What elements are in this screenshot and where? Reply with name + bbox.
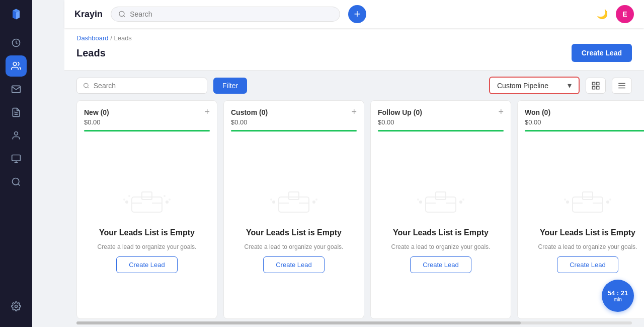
- column-progress-bar-new: [84, 130, 210, 132]
- svg-point-34: [272, 201, 275, 204]
- column-header-followup: Follow Up (0) +: [371, 101, 511, 117]
- create-lead-followup-button[interactable]: Create Lead: [410, 256, 471, 273]
- svg-point-13: [84, 83, 89, 88]
- svg-rect-41: [436, 192, 446, 200]
- svg-rect-49: [583, 192, 593, 200]
- svg-point-11: [119, 11, 124, 16]
- svg-rect-15: [592, 82, 595, 85]
- create-lead-header-button[interactable]: Create Lead: [572, 44, 632, 62]
- empty-subtitle-won: Create a lead to organize your goals.: [538, 243, 637, 250]
- column-progress-won: [525, 130, 644, 132]
- logo-area: [0, 0, 32, 28]
- svg-point-1: [13, 62, 17, 66]
- notes-icon: [11, 107, 21, 117]
- column-amount-followup: $0.00: [371, 117, 511, 130]
- view-toggle-button[interactable]: [586, 78, 606, 94]
- column-body-followup: Your Leads List is Empty Create a lead t…: [371, 137, 511, 318]
- svg-point-36: [270, 199, 272, 201]
- add-button[interactable]: +: [348, 5, 366, 23]
- add-card-new-button[interactable]: +: [204, 107, 210, 117]
- scrollbar-area[interactable]: [64, 319, 644, 327]
- empty-title-won: Your Leads List is Empty: [540, 228, 635, 237]
- empty-illustration-won: [557, 182, 618, 222]
- reports-icon: [11, 177, 21, 187]
- column-title-won: Won (0): [525, 108, 550, 116]
- theme-toggle-icon[interactable]: 🌙: [597, 9, 608, 20]
- svg-point-24: [125, 201, 128, 204]
- svg-line-14: [88, 87, 89, 88]
- user-avatar[interactable]: E: [616, 5, 634, 23]
- create-lead-won-button[interactable]: Create Lead: [557, 256, 618, 273]
- svg-rect-33: [289, 192, 299, 200]
- filter-button[interactable]: Filter: [213, 78, 247, 94]
- sidebar: [0, 0, 32, 327]
- search-input-wrap[interactable]: [76, 78, 207, 94]
- column-amount-new: $0.00: [77, 117, 217, 130]
- breadcrumb-dashboard[interactable]: Dashboard: [76, 34, 109, 42]
- breadcrumb: Dashboard / Leads: [76, 34, 632, 42]
- add-card-custom-button[interactable]: +: [351, 107, 357, 117]
- sidebar-item-dashboard[interactable]: [6, 32, 27, 53]
- empty-subtitle-custom: Create a lead to organize your goals.: [245, 243, 344, 250]
- topbar: Krayin + 🌙 E: [64, 0, 644, 28]
- svg-point-29: [164, 195, 166, 197]
- svg-rect-17: [592, 86, 595, 89]
- pipeline-select[interactable]: Custom Pipeline ▾: [489, 77, 580, 94]
- sidebar-item-contacts[interactable]: [6, 125, 27, 146]
- svg-point-26: [123, 199, 125, 201]
- column-title-new: New (0): [84, 108, 109, 116]
- sidebar-item-settings[interactable]: [6, 296, 27, 317]
- page-header: Dashboard / Leads Leads Create Lead: [64, 28, 644, 71]
- create-lead-new-button[interactable]: Create Lead: [116, 256, 178, 273]
- grid-view-icon: [591, 81, 600, 90]
- sidebar-nav: [0, 28, 32, 192]
- sidebar-item-mail[interactable]: [6, 79, 27, 100]
- mail-icon: [11, 84, 21, 94]
- column-title-followup: Follow Up (0): [378, 108, 422, 116]
- kanban-column-followup: Follow Up (0) + $0.00 You: [370, 100, 511, 319]
- column-progress-bar-followup: [378, 130, 504, 132]
- svg-point-10: [15, 305, 18, 308]
- global-search-bar[interactable]: [111, 7, 340, 22]
- empty-illustration-custom: [264, 182, 324, 222]
- sidebar-item-notes[interactable]: [6, 102, 27, 123]
- svg-point-45: [462, 199, 464, 201]
- svg-rect-16: [597, 82, 599, 85]
- menu-icon-button[interactable]: [612, 78, 632, 94]
- column-progress-bar-custom: [231, 130, 357, 132]
- app-name: Krayin: [74, 9, 103, 20]
- leads-search-input[interactable]: [94, 82, 201, 90]
- timer-badge[interactable]: 54 : 21 min: [602, 280, 634, 312]
- sidebar-item-products[interactable]: [6, 148, 27, 169]
- svg-point-4: [15, 132, 18, 136]
- svg-point-44: [417, 199, 419, 201]
- sidebar-item-reports[interactable]: [6, 171, 27, 192]
- search-small-icon: [83, 82, 90, 89]
- svg-point-27: [169, 199, 171, 201]
- sidebar-item-leads[interactable]: [6, 55, 27, 77]
- add-card-followup-button[interactable]: +: [498, 107, 504, 117]
- create-lead-custom-button[interactable]: Create Lead: [263, 256, 325, 273]
- page-title: Leads: [76, 47, 106, 59]
- scrollbar-thumb[interactable]: [76, 321, 521, 324]
- scrollbar-track: [76, 321, 632, 324]
- svg-line-9: [18, 184, 20, 186]
- svg-point-42: [419, 201, 422, 204]
- svg-point-51: [606, 201, 609, 204]
- svg-point-52: [564, 199, 566, 201]
- column-body-new: Your Leads List is Empty Create a lead t…: [77, 137, 217, 318]
- list-view-icon: [617, 81, 626, 90]
- svg-point-28: [128, 195, 130, 197]
- empty-illustration-followup: [411, 182, 471, 222]
- column-amount-custom: $0.00: [224, 117, 364, 130]
- empty-illustration-new: [117, 182, 177, 222]
- svg-point-53: [609, 199, 611, 201]
- column-header-won: Won (0) +: [518, 101, 644, 117]
- column-header-new: New (0) +: [77, 101, 217, 117]
- empty-subtitle-new: Create a lead to organize your goals.: [98, 243, 197, 250]
- column-progress-bar-won: [525, 130, 644, 132]
- breadcrumb-separator: /: [109, 34, 114, 42]
- global-search-input[interactable]: [130, 10, 333, 18]
- products-icon: [11, 154, 21, 164]
- toolbar: Filter Custom Pipeline ▾: [64, 71, 644, 100]
